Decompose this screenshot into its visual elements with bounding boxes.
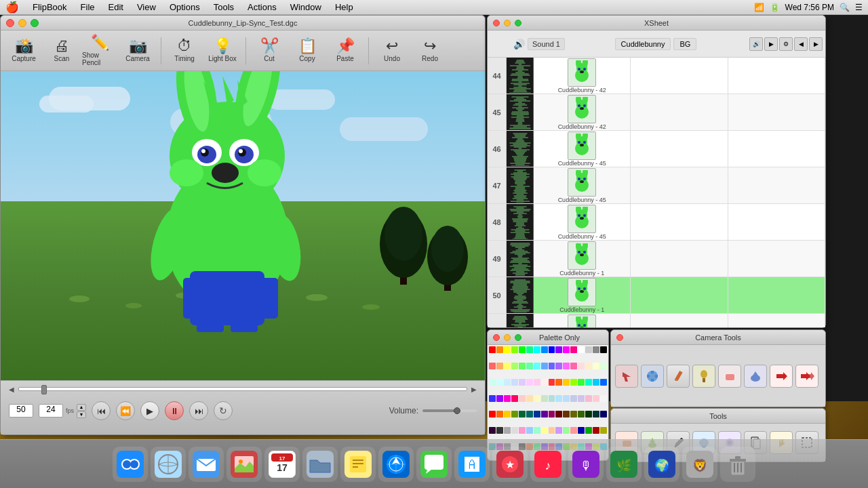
color-swatch[interactable]	[489, 411, 496, 418]
cut-button[interactable]: ✂️ Cut	[252, 33, 287, 68]
progress-thumb[interactable]	[41, 385, 47, 394]
dock-app4[interactable]: 🦁	[682, 447, 717, 482]
search-icon[interactable]: 🔍	[840, 3, 850, 12]
color-swatch[interactable]	[578, 363, 585, 369]
color-swatch[interactable]	[585, 363, 592, 369]
palette-minimize-button[interactable]	[504, 334, 511, 341]
volume-slider[interactable]	[422, 409, 477, 412]
color-swatch[interactable]	[549, 411, 555, 418]
lightbox-button[interactable]: 💡 Light Box	[205, 33, 240, 68]
xsheet-ctrl-1[interactable]: 🔊	[749, 37, 763, 51]
color-swatch[interactable]	[563, 346, 570, 353]
color-swatch[interactable]	[555, 379, 562, 386]
menu-icon[interactable]: ☰	[855, 3, 863, 12]
color-swatch[interactable]	[563, 395, 570, 402]
maximize-button[interactable]	[31, 19, 39, 27]
palette-maximize-button[interactable]	[515, 334, 521, 341]
dock-appstore[interactable]: 🅰	[454, 447, 490, 482]
copy-button[interactable]: 📋 Copy	[290, 33, 325, 68]
color-swatch[interactable]	[555, 411, 562, 418]
color-swatch[interactable]	[593, 379, 599, 386]
dock-calendar[interactable]: 1717	[264, 447, 300, 482]
xsheet-cell[interactable]: Cuddlebunny - 1	[534, 277, 631, 313]
color-swatch[interactable]	[555, 346, 562, 353]
dock-app3[interactable]: 🌍	[644, 447, 679, 482]
dock-safari[interactable]	[378, 447, 414, 482]
color-swatch[interactable]	[519, 411, 526, 418]
menu-options[interactable]: Options	[167, 2, 203, 12]
color-swatch[interactable]	[585, 411, 592, 418]
color-swatch[interactable]	[570, 427, 577, 434]
xsheet-ctrl-4[interactable]: ◀	[794, 37, 808, 51]
color-swatch[interactable]	[549, 379, 555, 386]
camera-tools-close[interactable]	[616, 334, 623, 341]
color-swatch[interactable]	[541, 411, 548, 418]
menu-file[interactable]: File	[78, 2, 98, 12]
dock-app1[interactable]: ★	[492, 447, 528, 482]
menu-edit[interactable]: Edit	[106, 2, 126, 12]
color-swatch[interactable]	[496, 395, 503, 402]
menu-actions[interactable]: Actions	[245, 2, 279, 12]
dock-podcast[interactable]: 🎙	[568, 447, 604, 482]
color-swatch[interactable]	[578, 395, 585, 402]
color-swatch[interactable]	[600, 411, 607, 418]
color-swatch[interactable]	[570, 346, 577, 353]
color-swatch[interactable]	[534, 427, 540, 434]
camera-pencil-tool[interactable]	[667, 365, 690, 388]
undo-button[interactable]: ↩ Undo	[374, 33, 410, 68]
apple-menu[interactable]: 🍎	[5, 1, 19, 14]
progress-forward-button[interactable]: ▶	[471, 386, 477, 393]
color-swatch[interactable]	[585, 346, 592, 353]
color-swatch[interactable]	[496, 427, 503, 434]
frame-input[interactable]: 50	[9, 404, 33, 418]
refresh-button[interactable]: ↻	[214, 401, 233, 420]
xsheet-maximize-button[interactable]	[515, 20, 521, 26]
capture-button[interactable]: 📸 Capture	[6, 33, 41, 68]
color-swatch[interactable]	[570, 379, 577, 386]
xsheet-cell[interactable]: Cuddlebunny - 45	[534, 131, 631, 167]
color-swatch[interactable]	[489, 395, 496, 402]
color-swatch[interactable]	[496, 363, 503, 369]
color-swatch[interactable]	[600, 427, 607, 434]
color-swatch[interactable]	[534, 346, 540, 353]
color-swatch[interactable]	[555, 427, 562, 434]
color-swatch[interactable]	[578, 346, 585, 353]
color-swatch[interactable]	[600, 346, 607, 353]
xsheet-ctrl-5[interactable]: ▶	[809, 37, 823, 51]
redo-button[interactable]: ↪ Redo	[412, 33, 448, 68]
color-swatch[interactable]	[600, 363, 607, 369]
color-swatch[interactable]	[489, 346, 496, 353]
camera-arrow-right-red[interactable]	[770, 365, 793, 388]
dock-music[interactable]: ♪	[530, 447, 566, 482]
step-back-button[interactable]: ⏪	[116, 401, 135, 420]
color-swatch[interactable]	[519, 427, 526, 434]
color-swatch[interactable]	[504, 395, 511, 402]
fps-down-button[interactable]: ▼	[77, 411, 86, 418]
color-swatch[interactable]	[534, 395, 540, 402]
color-swatch[interactable]	[511, 363, 518, 369]
color-swatch[interactable]	[593, 395, 599, 402]
camera-arrow-double-red[interactable]	[795, 365, 818, 388]
dock-app2[interactable]: 🌿	[606, 447, 642, 482]
progress-track[interactable]	[18, 387, 467, 391]
xsheet-cell[interactable]: Cuddlebunny - 45	[534, 204, 631, 240]
fps-up-button[interactable]: ▲	[77, 404, 86, 411]
color-swatch[interactable]	[593, 427, 599, 434]
color-swatch[interactable]	[541, 395, 548, 402]
close-button[interactable]	[6, 19, 14, 27]
color-swatch[interactable]	[541, 363, 548, 369]
color-swatch[interactable]	[504, 346, 511, 353]
color-swatch[interactable]	[541, 379, 548, 386]
xsheet-minimize-button[interactable]	[504, 20, 511, 26]
color-swatch[interactable]	[549, 395, 555, 402]
show-pencil-button[interactable]: ✏️ Show Pencil	[82, 33, 117, 68]
dock-mail[interactable]	[189, 447, 224, 482]
menu-window[interactable]: Window	[288, 2, 324, 12]
color-swatch[interactable]	[570, 395, 577, 402]
camera-select-tool[interactable]	[615, 365, 638, 388]
progress-back-button[interactable]: ◀	[9, 386, 14, 393]
xsheet-cell[interactable]: Cuddlebunny - 1	[534, 314, 631, 327]
color-swatch[interactable]	[511, 427, 518, 434]
volume-thumb[interactable]	[454, 407, 460, 414]
color-swatch[interactable]	[489, 427, 496, 434]
